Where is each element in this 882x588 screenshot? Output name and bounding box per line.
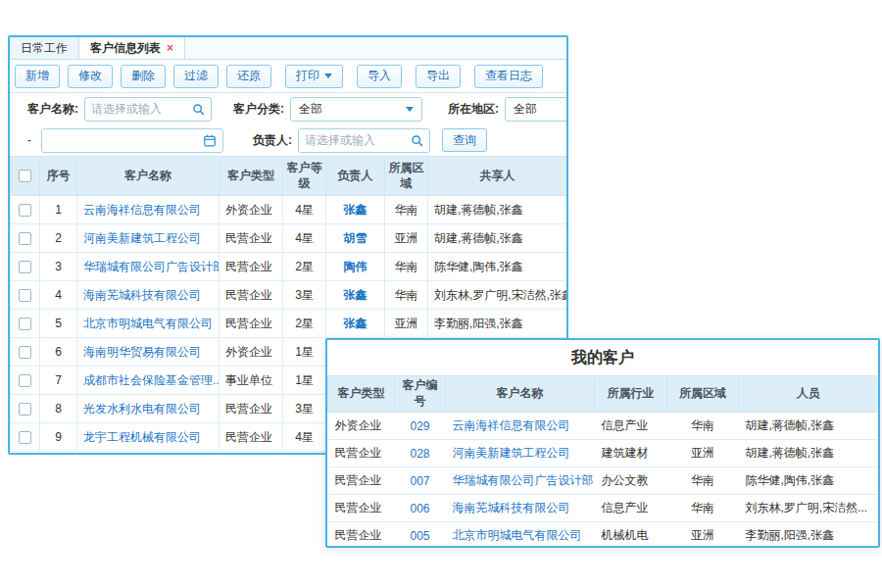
checkbox-cell <box>11 224 40 253</box>
cell-customer-name: 龙宇工程机械有限公司 <box>77 423 220 452</box>
edit-button[interactable]: 修改 <box>68 65 113 88</box>
restore-button[interactable]: 还原 <box>226 65 271 88</box>
customer-code-link[interactable]: 029 <box>410 419 429 433</box>
owner-link[interactable]: 张鑫 <box>344 203 368 217</box>
customer-name-input[interactable] <box>85 102 192 116</box>
table-row[interactable]: 民营企业 006 海南芜城科技有限公司 信息产业 华南 刘东林,罗广明,宋洁然.… <box>328 495 879 522</box>
cell-customer-name: 云南海祥信息有限公司 <box>446 413 595 440</box>
customer-name-link[interactable]: 河南美新建筑工程公司 <box>453 446 570 460</box>
customer-code-link[interactable]: 028 <box>410 447 429 461</box>
customer-name-link[interactable]: 云南海祥信息有限公司 <box>83 203 201 217</box>
row-checkbox[interactable] <box>19 403 31 416</box>
checkbox-cell <box>11 423 40 452</box>
cell-customer-code: 005 <box>395 522 446 549</box>
cell-customer-code: 006 <box>395 495 446 522</box>
header-customer-code: 客户编号 <box>395 376 446 413</box>
owner-link[interactable]: 胡雪 <box>344 231 368 245</box>
table-row[interactable]: 4 海南芜城科技有限公司 民营企业 3星 张鑫 华南 刘东林,罗广明,宋洁然,张… <box>11 281 567 310</box>
cell-people: 胡建,蒋德帧,张鑫 <box>739 440 879 467</box>
customer-code-link[interactable]: 006 <box>410 502 429 515</box>
query-button[interactable]: 查询 <box>442 128 487 152</box>
owner-link[interactable]: 陶伟 <box>344 260 368 273</box>
import-button[interactable]: 导入 <box>357 65 402 88</box>
export-button[interactable]: 导出 <box>416 65 461 88</box>
table-header-row: 序号 客户名称 客户类型 客户等级 负责人 所属区域 共享人 <box>11 157 567 196</box>
view-log-button[interactable]: 查看日志 <box>474 65 543 88</box>
search-icon[interactable] <box>192 103 205 116</box>
customer-name-link[interactable]: 北京市明城电气有限公司 <box>83 317 213 330</box>
customer-code-link[interactable]: 005 <box>410 529 429 543</box>
row-checkbox[interactable] <box>19 374 31 387</box>
filter-button[interactable]: 过滤 <box>173 65 219 88</box>
row-checkbox[interactable] <box>19 346 31 359</box>
customer-name-link[interactable]: 海南芜城科技有限公司 <box>453 501 570 514</box>
row-checkbox[interactable] <box>19 204 31 217</box>
tab-customer-info-list[interactable]: 客户信息列表 × <box>79 37 185 59</box>
close-tab-icon[interactable]: × <box>167 42 173 54</box>
owner-link[interactable]: 张鑫 <box>344 288 368 302</box>
customer-name-link[interactable]: 云南海祥信息有限公司 <box>453 418 570 432</box>
cell-customer-level: 4星 <box>283 423 326 452</box>
row-checkbox[interactable] <box>19 318 31 330</box>
owner-input[interactable] <box>299 133 411 147</box>
tab-daily-work[interactable]: 日常工作 <box>10 37 79 59</box>
cell-customer-type: 外资企业 <box>328 413 395 440</box>
district-select[interactable]: 全部 <box>505 97 568 122</box>
cell-shared: 刘东林,罗广明,宋洁然,张鑫 <box>428 281 567 310</box>
cell-region: 华南 <box>667 495 739 522</box>
my-customers-window: 我的客户 客户类型 客户编号 客户名称 所属行业 所属区域 人员 <box>325 338 880 548</box>
header-owner: 负责人 <box>326 157 385 196</box>
table-row[interactable]: 2 河南美新建筑工程公司 民营企业 4星 胡雪 亚洲 胡建,蒋德帧,张鑫 <box>11 224 567 253</box>
table-row[interactable]: 5 北京市明城电气有限公司 民营企业 2星 张鑫 亚洲 李勤丽,阳强,张鑫 <box>11 310 567 338</box>
customer-name-field <box>84 97 212 122</box>
cell-customer-name: 海南芜城科技有限公司 <box>77 281 220 310</box>
print-button[interactable]: 打印 <box>285 65 343 88</box>
customer-name-link[interactable]: 龙宇工程机械有限公司 <box>83 430 201 444</box>
table-row[interactable]: 民营企业 005 北京市明城电气有限公司 机械机电 亚洲 李勤丽,阳强,张鑫 <box>328 522 879 549</box>
table-row[interactable]: 外资企业 029 云南海祥信息有限公司 信息产业 华南 胡建,蒋德帧,张鑫 <box>328 413 879 440</box>
caret-down-icon <box>324 74 332 78</box>
cell-customer-code: 028 <box>395 440 446 467</box>
cell-people: 李勤丽,阳强,张鑫 <box>739 522 879 549</box>
calendar-icon[interactable] <box>203 134 217 147</box>
checkbox-cell <box>11 281 40 310</box>
chevron-down-icon <box>406 107 414 112</box>
customer-name-link[interactable]: 光发水利水电有限公司 <box>83 402 201 416</box>
customer-name-link[interactable]: 海南芜城科技有限公司 <box>83 288 201 302</box>
cell-customer-name: 海南芜城科技有限公司 <box>446 495 595 522</box>
checkbox-cell <box>11 310 40 338</box>
search-icon[interactable] <box>411 134 423 147</box>
customer-name-link[interactable]: 华瑞城有限公司广告设计部 <box>453 473 594 487</box>
cell-customer-type: 民营企业 <box>220 224 283 253</box>
header-people: 人员 <box>739 376 879 413</box>
table-row[interactable]: 3 华瑞城有限公司广告设计部 民营企业 2星 陶伟 华南 陈华健,陶伟,张鑫 <box>11 253 567 281</box>
table-row[interactable]: 民营企业 007 华瑞城有限公司广告设计部 办公文教 华南 陈华健,陶伟,张鑫 <box>328 467 879 495</box>
customer-code-link[interactable]: 007 <box>410 474 429 488</box>
row-checkbox[interactable] <box>19 261 31 273</box>
date-separator-label: - <box>27 133 35 147</box>
cell-region: 华南 <box>385 253 428 281</box>
add-button[interactable]: 新增 <box>15 65 60 88</box>
table-row[interactable]: 民营企业 028 河南美新建筑工程公司 建筑建材 亚洲 胡建,蒋德帧,张鑫 <box>328 440 879 467</box>
cell-seq: 8 <box>40 395 77 423</box>
header-checkbox[interactable] <box>19 170 31 182</box>
table-row[interactable]: 1 云南海祥信息有限公司 外资企业 4星 张鑫 华南 胡建,蒋德帧,张鑫 <box>11 196 567 224</box>
customer-name-link[interactable]: 华瑞城有限公司广告设计部 <box>83 260 220 273</box>
row-checkbox[interactable] <box>19 289 31 302</box>
owner-link[interactable]: 张鑫 <box>344 317 368 330</box>
customer-name-link[interactable]: 海南明华贸易有限公司 <box>83 345 201 359</box>
customer-name-link[interactable]: 成都市社会保险基金管理... <box>83 373 220 387</box>
customer-category-select[interactable]: 全部 <box>290 97 422 122</box>
delete-button[interactable]: 删除 <box>121 65 166 88</box>
header-industry: 所属行业 <box>595 376 667 413</box>
cell-region: 华南 <box>667 413 739 440</box>
row-checkbox[interactable] <box>19 232 31 245</box>
customer-name-link[interactable]: 北京市明城电气有限公司 <box>453 528 582 542</box>
cell-owner: 张鑫 <box>326 310 385 338</box>
owner-label: 负责人: <box>253 132 292 149</box>
customer-name-link[interactable]: 河南美新建筑工程公司 <box>83 231 201 245</box>
cell-customer-name: 河南美新建筑工程公司 <box>446 440 595 467</box>
date-input[interactable] <box>42 133 203 147</box>
cell-region: 亚洲 <box>667 522 739 549</box>
row-checkbox[interactable] <box>19 431 31 444</box>
